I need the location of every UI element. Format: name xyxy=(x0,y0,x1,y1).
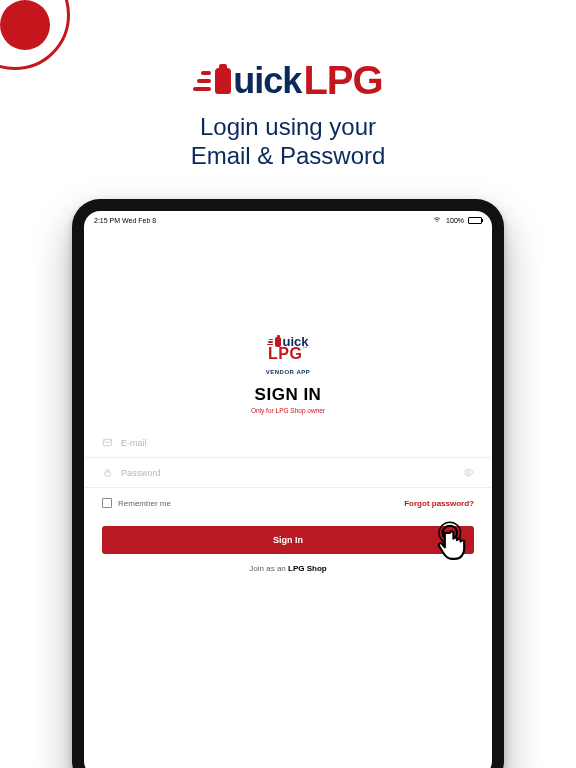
tagline-line1: Login using your xyxy=(0,113,576,142)
eye-icon[interactable] xyxy=(463,467,474,478)
vendor-app-label: VENDOR APP xyxy=(266,369,310,375)
remember-label: Remember me xyxy=(118,499,171,508)
trademark-icon: ™ xyxy=(302,345,308,351)
svg-point-2 xyxy=(467,471,470,474)
remember-checkbox[interactable] xyxy=(102,498,112,508)
join-prefix: Join as an xyxy=(249,564,288,573)
password-input[interactable] xyxy=(121,468,455,478)
ipad-frame: 2:15 PM Wed Feb 8 100% uick xyxy=(72,199,504,768)
status-battery-pct: 100% xyxy=(446,217,464,224)
signin-title: SIGN IN xyxy=(255,385,322,405)
forgot-password-link[interactable]: Forgot password? xyxy=(404,499,474,508)
speed-lines-icon xyxy=(267,339,273,346)
signin-form: Remember me Forgot password? Sign In Joi… xyxy=(84,428,492,573)
password-field-row[interactable] xyxy=(84,458,492,488)
remember-me[interactable]: Remember me xyxy=(102,498,171,508)
signin-subtitle: Only for LPG Shop owner xyxy=(251,407,325,414)
login-panel: uick LPG™ VENDOR APP SIGN IN Only for LP… xyxy=(84,226,492,768)
options-row: Remember me Forgot password? xyxy=(84,488,492,518)
status-bar: 2:15 PM Wed Feb 8 100% xyxy=(84,211,492,226)
app-logo: uick LPG™ xyxy=(267,326,308,363)
signin-button-label: Sign In xyxy=(273,535,303,545)
join-link[interactable]: Join as an LPG Shop xyxy=(84,564,492,573)
mini-lpg-text: LPG™ xyxy=(267,345,308,363)
ipad-screen: 2:15 PM Wed Feb 8 100% uick xyxy=(84,211,492,768)
status-time: 2:15 PM Wed Feb 8 xyxy=(94,217,156,224)
cylinder-icon xyxy=(215,68,231,94)
speed-lines-icon xyxy=(193,71,211,91)
brand-badge-dot xyxy=(0,0,50,50)
wifi-icon xyxy=(432,216,442,224)
logo-lpg-text: LPG xyxy=(303,58,382,103)
svg-rect-1 xyxy=(105,472,111,476)
email-input[interactable] xyxy=(121,438,474,448)
main-logo: uick LPG xyxy=(0,58,576,103)
lock-icon xyxy=(102,467,113,478)
svg-rect-0 xyxy=(103,440,111,446)
tagline: Login using your Email & Password xyxy=(0,113,576,171)
signin-button[interactable]: Sign In xyxy=(102,526,474,554)
logo-quick-text: uick xyxy=(233,60,301,102)
join-bold: LPG Shop xyxy=(288,564,327,573)
battery-icon xyxy=(468,217,482,224)
email-field-row[interactable] xyxy=(84,428,492,458)
cylinder-icon xyxy=(275,337,281,347)
tap-hand-icon xyxy=(434,520,480,566)
mail-icon xyxy=(102,437,113,448)
tagline-line2: Email & Password xyxy=(0,142,576,171)
